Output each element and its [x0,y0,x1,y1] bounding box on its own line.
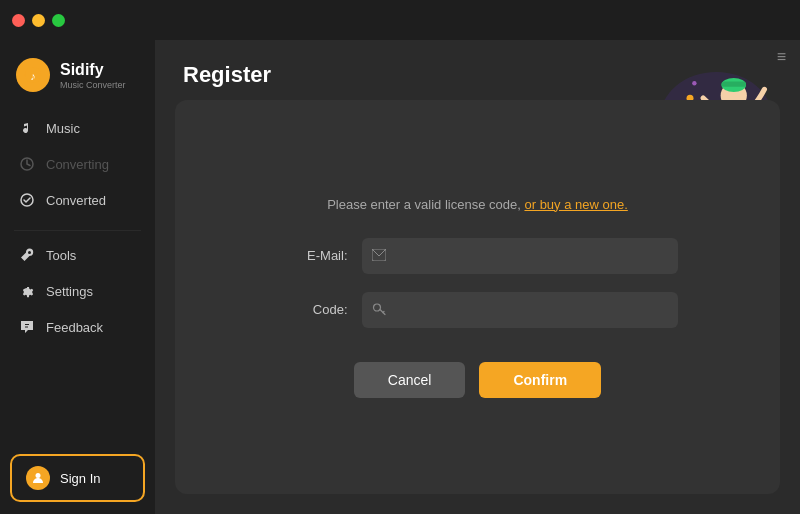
sign-in-label: Sign In [60,471,100,486]
svg-text:♪: ♪ [30,70,35,82]
buy-new-link[interactable]: or buy a new one. [524,197,627,212]
brand-name: Sidify [60,60,126,79]
logo-svg: ♪ [24,66,42,84]
code-form-row: Code: [278,292,678,328]
modal-buttons: Cancel Confirm [354,362,601,398]
code-input-wrapper [362,292,678,328]
sidebar-item-tools-label: Tools [46,248,76,263]
feedback-icon [18,318,36,336]
logo-icon: ♪ [16,58,50,92]
register-modal: Please enter a valid license code, or bu… [175,100,780,494]
converting-icon [18,155,36,173]
tools-icon [18,246,36,264]
sidebar-item-music-label: Music [46,121,80,136]
confirm-button[interactable]: Confirm [479,362,601,398]
sidebar-item-tools[interactable]: Tools [8,237,147,273]
modal-info-text: Please enter a valid license code, or bu… [327,197,628,212]
sidebar-item-settings[interactable]: Settings [8,273,147,309]
code-input[interactable] [362,292,678,328]
sign-in-button[interactable]: Sign In [10,454,145,502]
logo-text: Sidify Music Converter [60,60,126,89]
sidebar-item-settings-label: Settings [46,284,93,299]
minimize-button[interactable] [32,14,45,27]
email-label: E-Mail: [278,248,348,263]
code-label: Code: [278,302,348,317]
sidebar-logo: ♪ Sidify Music Converter [0,48,155,110]
sign-in-avatar-icon [26,466,50,490]
email-input[interactable] [362,238,678,274]
svg-point-4 [36,473,41,478]
sidebar-divider [14,230,141,231]
cancel-button[interactable]: Cancel [354,362,466,398]
email-input-wrapper [362,238,678,274]
sidebar: ♪ Sidify Music Converter Music [0,40,155,514]
close-button[interactable] [12,14,25,27]
traffic-lights [12,14,65,27]
svg-rect-13 [722,82,747,87]
brand-subtitle: Music Converter [60,80,126,90]
sidebar-item-feedback-label: Feedback [46,320,103,335]
sidebar-nav-main: Music Converting Convert [0,110,155,218]
page-title: Register [183,62,271,88]
sidebar-item-converted-label: Converted [46,193,106,208]
music-icon [18,119,36,137]
maximize-button[interactable] [52,14,65,27]
email-form-row: E-Mail: [278,238,678,274]
sidebar-item-feedback[interactable]: Feedback [8,309,147,345]
sidebar-item-converting-label: Converting [46,157,109,172]
main-content: ≡ Register ♪ [155,40,800,514]
sidebar-item-converted[interactable]: Converted [8,182,147,218]
sidebar-item-converting: Converting [8,146,147,182]
converted-icon [18,191,36,209]
sidebar-nav-tools: Tools Settings Feedback [0,237,155,345]
settings-icon [18,282,36,300]
titlebar [0,0,800,40]
svg-point-15 [692,81,696,85]
sidebar-item-music[interactable]: Music [8,110,147,146]
